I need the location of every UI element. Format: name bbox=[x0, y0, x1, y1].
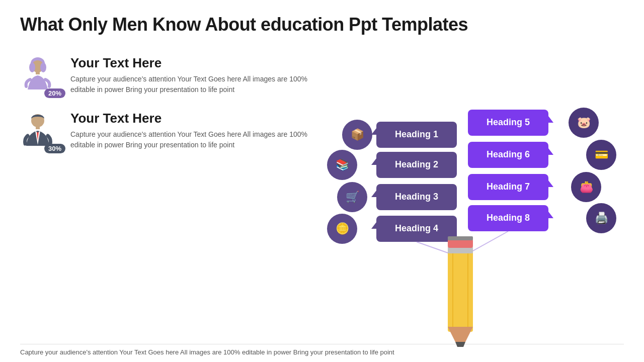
item-text-2: Your Text Here Capture your audience's a… bbox=[70, 111, 312, 150]
item-heading-1: Your Text Here bbox=[70, 55, 312, 71]
percentage-badge-1: 20% bbox=[44, 88, 65, 98]
item-text-1: Your Text Here Capture your audience's a… bbox=[70, 55, 312, 95]
diagram-section: 📦 📚 🛒 🪙 Heading 1 Heading 2 Heading 3 He… bbox=[302, 45, 644, 347]
svg-marker-23 bbox=[548, 180, 553, 187]
item-block-2: 30% Your Text Here Capture your audience… bbox=[20, 111, 312, 151]
avatar-wrap-1: 20% bbox=[20, 55, 60, 96]
svg-marker-19 bbox=[548, 116, 553, 123]
svg-text:Heading 7: Heading 7 bbox=[487, 182, 530, 192]
male-avatar-icon bbox=[20, 111, 55, 146]
item-body-1: Capture your audience's attention Your T… bbox=[70, 74, 312, 95]
pencil-graphite bbox=[455, 342, 465, 347]
item-body-2: Capture your audience's attention Your T… bbox=[70, 129, 312, 150]
item-heading-2: Your Text Here bbox=[70, 111, 312, 126]
svg-marker-17 bbox=[371, 222, 376, 229]
svg-text:Heading 5: Heading 5 bbox=[487, 117, 530, 127]
svg-text:🖨️: 🖨️ bbox=[595, 211, 609, 225]
pencil-wood bbox=[448, 327, 473, 342]
pencil-cap bbox=[448, 236, 473, 240]
svg-text:Heading 6: Heading 6 bbox=[487, 149, 530, 159]
svg-text:🪙: 🪙 bbox=[336, 222, 350, 235]
svg-marker-21 bbox=[548, 148, 553, 155]
svg-text:👛: 👛 bbox=[580, 180, 594, 194]
svg-text:Heading 8: Heading 8 bbox=[487, 213, 530, 223]
page-title: What Only Men Know About education Ppt T… bbox=[20, 14, 468, 35]
female-avatar-icon bbox=[20, 55, 55, 90]
svg-marker-25 bbox=[548, 212, 553, 218]
svg-point-2 bbox=[29, 62, 35, 72]
svg-rect-4 bbox=[36, 71, 40, 74]
left-section: 20% Your Text Here Capture your audience… bbox=[20, 55, 312, 166]
svg-text:Heading 1: Heading 1 bbox=[395, 129, 438, 139]
percentage-badge-2: 30% bbox=[44, 144, 65, 153]
svg-text:💳: 💳 bbox=[595, 148, 609, 161]
svg-text:🐷: 🐷 bbox=[577, 116, 591, 129]
svg-marker-13 bbox=[371, 158, 376, 165]
svg-marker-15 bbox=[371, 191, 376, 197]
pencil-body bbox=[448, 251, 473, 332]
svg-text:📦: 📦 bbox=[351, 128, 365, 141]
diagram-svg: 📦 📚 🛒 🪙 Heading 1 Heading 2 Heading 3 He… bbox=[302, 45, 644, 347]
svg-text:Heading 2: Heading 2 bbox=[395, 159, 438, 169]
item-block-1: 20% Your Text Here Capture your audience… bbox=[20, 55, 312, 96]
svg-rect-6 bbox=[36, 126, 40, 129]
svg-point-3 bbox=[40, 62, 46, 72]
avatar-wrap-2: 30% bbox=[20, 111, 60, 151]
svg-text:Heading 3: Heading 3 bbox=[395, 192, 438, 202]
svg-text:📚: 📚 bbox=[336, 158, 350, 171]
svg-text:Heading 4: Heading 4 bbox=[395, 223, 438, 233]
svg-text:🛒: 🛒 bbox=[346, 190, 360, 204]
